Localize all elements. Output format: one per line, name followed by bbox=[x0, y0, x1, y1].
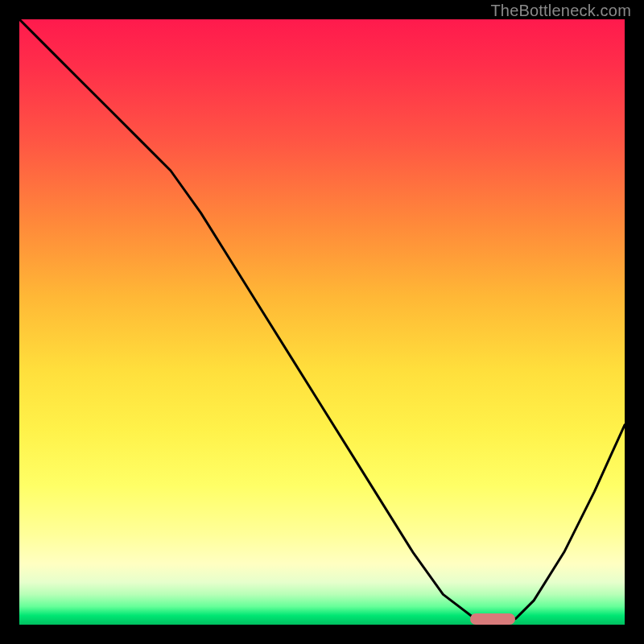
chart-frame: TheBottleneck.com bbox=[0, 0, 644, 644]
bottleneck-curve bbox=[19, 19, 625, 625]
watermark-text: TheBottleneck.com bbox=[490, 2, 631, 20]
optimal-range-marker bbox=[470, 613, 515, 625]
plot-area bbox=[19, 19, 625, 625]
